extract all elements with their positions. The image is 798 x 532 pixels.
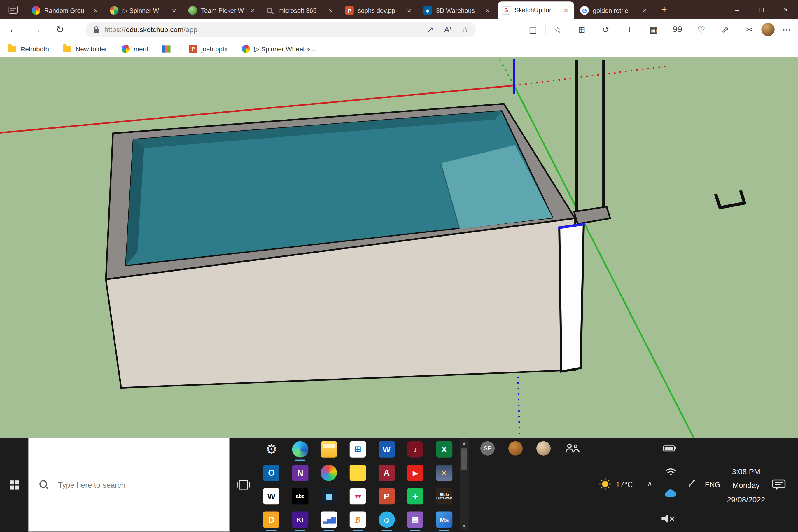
tab-close-icon[interactable]: × xyxy=(640,6,648,15)
pinned-ms-icon[interactable]: Ms xyxy=(436,512,452,528)
browser-tab[interactable]: 3D Warehous × xyxy=(419,2,496,19)
add-favorite-icon[interactable]: ☆ xyxy=(462,25,469,34)
minimize-button[interactable]: – xyxy=(725,0,749,19)
taskbar-scrollbar[interactable]: ▲ ▼ xyxy=(460,439,469,530)
pinned-itunes-icon[interactable]: ♪ xyxy=(407,441,423,458)
address-bar[interactable]: https://edu.sketchup.com/app ↗A⁾☆ xyxy=(86,22,476,37)
wifi-icon[interactable] xyxy=(665,467,677,476)
pinned-youtube-icon[interactable]: ▶ xyxy=(407,464,423,481)
pinned-file-explorer-icon[interactable] xyxy=(321,441,337,458)
refresh-button[interactable]: ↻ xyxy=(54,24,66,35)
tab-close-icon[interactable]: × xyxy=(483,6,492,15)
start-button[interactable] xyxy=(0,438,28,532)
onedrive-cloud-icon[interactable] xyxy=(663,489,678,498)
bookmark-item[interactable]: merit xyxy=(121,45,148,53)
read-aloud-icon[interactable]: A⁾ xyxy=(444,25,451,34)
pinned-movies-icon[interactable]: ▦ xyxy=(321,488,337,504)
web-capture-icon[interactable]: ✂ xyxy=(744,24,754,35)
tab-close-icon[interactable]: × xyxy=(405,6,413,15)
weather-widget[interactable]: 17°C xyxy=(598,477,633,491)
sketchup-viewport-canvas[interactable] xyxy=(0,57,798,437)
share-icon[interactable]: ⇗ xyxy=(720,24,730,35)
back-button[interactable]: ← xyxy=(7,24,19,35)
windows-ink-pen-icon[interactable] xyxy=(687,478,697,489)
volume-muted-icon[interactable] xyxy=(661,513,676,524)
tab-close-icon[interactable]: × xyxy=(92,6,100,15)
people-chip-avatar-1[interactable] xyxy=(508,441,522,456)
pinned-powerpoint-icon[interactable]: P xyxy=(378,488,395,504)
tab-close-icon[interactable]: × xyxy=(562,6,570,14)
pinned-access-icon[interactable]: A xyxy=(378,464,395,481)
pinned-store-icon[interactable]: ⊞ xyxy=(350,441,366,458)
tab-close-icon[interactable]: × xyxy=(170,6,178,15)
pinned-chart-icon[interactable]: ▂▅▇ xyxy=(321,512,337,528)
bookmark-item[interactable]: ▷ Spinner Wheel »... xyxy=(242,45,316,53)
tab-favicon xyxy=(110,6,119,15)
browser-tab[interactable]: microsoft 365 × xyxy=(263,2,339,19)
tab-close-icon[interactable]: × xyxy=(327,6,335,15)
browser-tab[interactable]: SketchUp for × xyxy=(498,1,574,19)
action-center-icon[interactable] xyxy=(772,478,786,491)
pinned-hearts-icon[interactable]: ♥♥ xyxy=(350,488,366,504)
bookmark-item[interactable]: Rehoboth xyxy=(8,45,49,53)
more-menu-button[interactable]: ⋯ xyxy=(782,24,792,35)
selected-panel[interactable] xyxy=(558,224,585,372)
history-icon[interactable]: ↺ xyxy=(601,24,611,35)
downloads-icon[interactable]: ↓ xyxy=(625,24,635,35)
bookmark-item[interactable]: josh.pptx xyxy=(189,45,228,53)
show-hidden-icons-chevron[interactable]: ∧ xyxy=(647,479,652,487)
tab-close-icon[interactable]: × xyxy=(248,6,256,15)
pinned-bot-icon[interactable]: ☺ xyxy=(378,512,395,528)
collections-icon[interactable]: ⊞ xyxy=(577,24,587,35)
browser-tab[interactable]: Random Grou × xyxy=(27,2,104,19)
browser-tab[interactable]: ▷ Spinner W × xyxy=(106,2,182,19)
pinned-abc-iview-icon[interactable]: abc xyxy=(292,488,308,504)
bookmark-item[interactable]: New folder xyxy=(63,45,107,53)
close-button[interactable]: × xyxy=(774,0,798,19)
install-app-icon[interactable]: ↗ xyxy=(427,25,433,34)
pinned-onenote-icon[interactable]: N xyxy=(292,464,308,481)
tab-actions-button[interactable] xyxy=(4,3,22,17)
pinned-weather-icon[interactable]: ☀ xyxy=(436,464,452,481)
pinned-doc-icon[interactable]: ▤ xyxy=(407,512,423,528)
people-icon[interactable] xyxy=(565,443,580,454)
forward-button[interactable]: → xyxy=(31,24,43,35)
bookmark-icon xyxy=(163,45,171,52)
browser-tab[interactable]: golden retrie × xyxy=(576,2,652,19)
pinned-bible-gateway-icon[interactable]: Bible Gateway xyxy=(436,488,452,504)
people-chip-initials[interactable]: SF xyxy=(480,441,495,456)
pinned-word-icon[interactable]: W xyxy=(378,441,395,458)
people-chip-avatar-2[interactable] xyxy=(536,441,551,456)
split-screen-icon[interactable]: ◫ xyxy=(528,24,538,35)
pinned-d-icon[interactable]: D xyxy=(263,512,280,528)
scroll-down-icon[interactable]: ▼ xyxy=(462,522,467,530)
pinned-edge-icon[interactable] xyxy=(292,441,308,458)
pinned-excel-icon[interactable]: X xyxy=(436,441,452,458)
pinned-b-icon[interactable]: B xyxy=(350,512,366,528)
browser-essentials-icon[interactable]: ♡ xyxy=(696,24,706,35)
browser-tab[interactable]: sophs dev.pp × xyxy=(341,2,417,19)
browser-tab[interactable]: Team Picker W × xyxy=(184,2,261,19)
pinned-spinner-wheel-icon[interactable] xyxy=(321,464,337,481)
clock-widget[interactable]: 3:08 PM Monday 29/08/2022 xyxy=(723,464,770,506)
pinned-green-plus-icon[interactable]: + xyxy=(407,488,423,504)
favorites-icon[interactable]: ☆ xyxy=(553,24,563,35)
profile-avatar[interactable] xyxy=(761,23,774,36)
maximize-button[interactable]: □ xyxy=(749,0,774,19)
search-input[interactable] xyxy=(57,480,211,489)
battery-icon[interactable] xyxy=(663,445,677,452)
scroll-up-icon[interactable]: ▲ xyxy=(462,439,467,448)
pinned-w-icon[interactable]: W xyxy=(263,488,280,504)
apps-icon[interactable]: ▦ xyxy=(648,24,659,35)
quotes-extension-icon[interactable]: 99 xyxy=(672,24,683,35)
pinned-sticky-notes-icon[interactable] xyxy=(350,464,366,481)
bookmark-item[interactable] xyxy=(163,45,175,52)
scrollbar-thumb[interactable] xyxy=(461,448,467,470)
language-indicator[interactable]: ENG xyxy=(705,480,720,489)
task-view-button[interactable] xyxy=(230,438,257,532)
pinned-kahoot-icon[interactable]: K! xyxy=(292,512,308,528)
taskbar-search[interactable] xyxy=(28,438,230,532)
pinned-settings-icon[interactable]: ⚙ xyxy=(263,441,280,458)
pinned-outlook-icon[interactable]: O xyxy=(263,464,280,481)
new-tab-button[interactable]: + xyxy=(657,2,672,17)
